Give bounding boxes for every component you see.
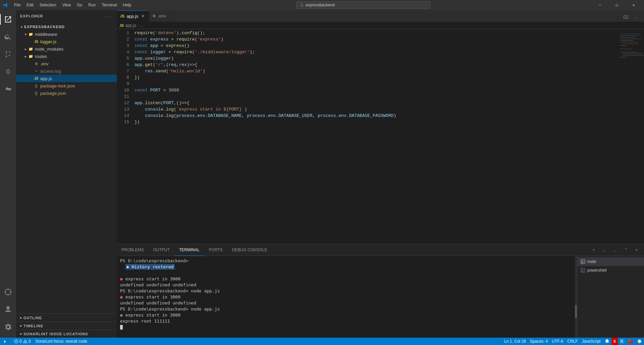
status-spaces[interactable]: Spaces: 4: [528, 338, 550, 345]
activity-explorer[interactable]: [0, 11, 16, 27]
tree-middleware[interactable]: ▾ 📁 middleware: [16, 30, 117, 38]
status-time[interactable]: ⌚: [635, 338, 644, 345]
status-eol[interactable]: CRLF: [565, 338, 580, 345]
maximize-button[interactable]: ◻: [609, 0, 625, 10]
code-line-6: app.get('/',(req,res)=>{: [135, 62, 617, 68]
status-lang-indicator[interactable]: 英: [618, 338, 626, 345]
terminal-scrollbar[interactable]: [575, 256, 577, 338]
code-line-7: res.send('hello,world'): [135, 68, 617, 74]
terminal-close[interactable]: ✕: [632, 245, 641, 255]
tree-node-modules[interactable]: ▸ 📁 node_modules: [16, 45, 117, 53]
terminal-instance-powershell[interactable]: powershell: [577, 266, 644, 275]
tree-routes[interactable]: ▸ 📁 routes: [16, 53, 117, 60]
tree-env[interactable]: ▸ ⚙ .env: [16, 60, 117, 67]
menu-help[interactable]: Help: [120, 2, 134, 8]
activity-accounts[interactable]: [0, 301, 16, 318]
tree-logger-js[interactable]: ▸ JS logger.js: [16, 38, 117, 45]
terminal-instance-node[interactable]: node: [577, 257, 644, 266]
activity-search[interactable]: [0, 29, 16, 45]
svg-rect-12: [620, 57, 627, 58]
menu-terminal[interactable]: Terminal: [99, 2, 119, 8]
sidebar-panel-timeline[interactable]: ▸ TIMELINE: [16, 322, 117, 330]
status-errors[interactable]: 0 0: [12, 338, 33, 345]
terminal-more-actions[interactable]: …: [610, 245, 620, 255]
split-editor-button[interactable]: [621, 12, 631, 22]
activity-remote[interactable]: [0, 284, 16, 300]
search-icon: [299, 3, 304, 7]
error-dot-2: ●: [120, 294, 123, 299]
terminal-tab-ports[interactable]: PORTS: [204, 244, 227, 256]
status-position[interactable]: Ln 1, Col 28: [502, 338, 528, 345]
menu-selection[interactable]: Selection: [37, 2, 59, 8]
terminal-tab-debug[interactable]: DEBUG CONSOLE: [227, 244, 272, 256]
minimap: [617, 29, 644, 244]
root-folder-label: EXPRESSBACKEND: [24, 25, 65, 29]
sidebar: EXPLORER ... ▾ EXPRESSBACKEND ▾ 📁 middle…: [16, 10, 117, 338]
tab-env[interactable]: ⚙ .env: [149, 10, 170, 22]
powershell-instance-label: powershell: [587, 268, 606, 273]
terminal-tab-problems[interactable]: PROBLEMS: [117, 244, 149, 256]
tree-root-folder[interactable]: ▾ EXPRESSBACKEND: [16, 23, 117, 30]
tab-app-js[interactable]: JS app.js ✕: [117, 10, 149, 22]
activity-settings[interactable]: [0, 319, 16, 335]
menu-go[interactable]: Go: [74, 2, 85, 8]
terminal-cursor: [120, 325, 123, 330]
titlebar-controls: ─ ◻ ✕: [592, 0, 641, 10]
sidebar-panel-sonarlint[interactable]: ▸ SONARLINT ISSUE LOCATIONS: [16, 330, 117, 338]
remote-icon: [4, 339, 9, 344]
tree-package-lock[interactable]: ▸ {} package-lock.json: [16, 82, 117, 89]
terminal-more-button[interactable]: ⌄: [600, 245, 609, 255]
more-actions-tab-button[interactable]: …: [632, 12, 641, 22]
status-notifications[interactable]: [603, 338, 611, 345]
status-language[interactable]: JavaScript: [580, 338, 603, 345]
search-box[interactable]: expressbackend: [296, 1, 430, 9]
status-ime[interactable]: 🇨🇳: [626, 338, 635, 345]
terminal-content[interactable]: PS D:\code\expressbackend> ✱ History res…: [117, 256, 575, 338]
breadcrumb-sep: ›: [138, 23, 139, 28]
error-dot-1: ●: [120, 276, 123, 281]
sidebar-panel-outline[interactable]: ▸ OUTLINE: [16, 314, 117, 322]
tree-packagelock-label: package-lock.json: [40, 83, 75, 88]
terminal-tab-output[interactable]: OUTPUT: [149, 244, 174, 256]
menu-file[interactable]: File: [11, 2, 23, 8]
new-terminal-button[interactable]: +: [589, 245, 598, 255]
terminal-tabs-actions: + ⌄ … ⌃ ✕: [589, 245, 644, 255]
menu-view[interactable]: View: [59, 2, 73, 8]
tree-package-json[interactable]: ▸ {} package.json: [16, 89, 117, 97]
close-button[interactable]: ✕: [626, 0, 641, 10]
tree-app-js[interactable]: ▸ JS app.js: [16, 75, 117, 82]
terminal-tab-terminal[interactable]: TERMINAL: [174, 244, 204, 256]
sonarlint-status-label: SonarLint focus: overall code: [35, 339, 87, 344]
tree-access-log[interactable]: ▸ ≡ access.log: [16, 67, 117, 75]
sidebar-actions: ...: [106, 13, 113, 19]
menu-edit[interactable]: Edit: [24, 2, 36, 8]
status-remote[interactable]: [1, 338, 11, 345]
terminal-maximize[interactable]: ⌃: [621, 245, 631, 255]
encoding-text: UTF-8: [552, 339, 563, 344]
line-num-1: 1: [119, 30, 129, 36]
tree-middleware-label: middleware: [35, 32, 57, 37]
svg-rect-5: [620, 42, 639, 43]
code-content[interactable]: require('dotenv').config(); const expres…: [132, 29, 617, 244]
minimize-button[interactable]: ─: [592, 0, 608, 10]
activity-run-debug[interactable]: [0, 64, 16, 80]
code-line-10: const PORT = 3000: [135, 87, 617, 93]
tab-env-label: .env: [158, 13, 166, 18]
output-label: OUTPUT: [153, 248, 170, 252]
line-num-11: 11: [119, 93, 129, 100]
terminal-body: PS D:\code\expressbackend> ✱ History res…: [117, 256, 644, 338]
folder-icon: 📁: [28, 31, 34, 37]
line-num-7: 7: [119, 68, 129, 74]
tab-appjs-close[interactable]: ✕: [140, 13, 146, 19]
status-encoding[interactable]: UTF-8: [550, 338, 565, 345]
activity-extensions[interactable]: [0, 81, 16, 97]
menu-run[interactable]: Run: [86, 2, 98, 8]
js-file-icon: JS: [34, 39, 39, 44]
status-sonarlint[interactable]: SonarLint focus: overall code: [33, 338, 89, 345]
sidebar-more-actions[interactable]: ...: [106, 13, 113, 19]
tree-arrow-root: ▾: [19, 24, 24, 29]
tab-appjs-label: app.js: [126, 14, 138, 19]
terminal-prompt-text-2: PS D:\code\expressbackend> node app.js: [120, 288, 220, 293]
activity-source-control[interactable]: [0, 46, 16, 62]
main-layout: EXPLORER ... ▾ EXPRESSBACKEND ▾ 📁 middle…: [0, 10, 644, 338]
